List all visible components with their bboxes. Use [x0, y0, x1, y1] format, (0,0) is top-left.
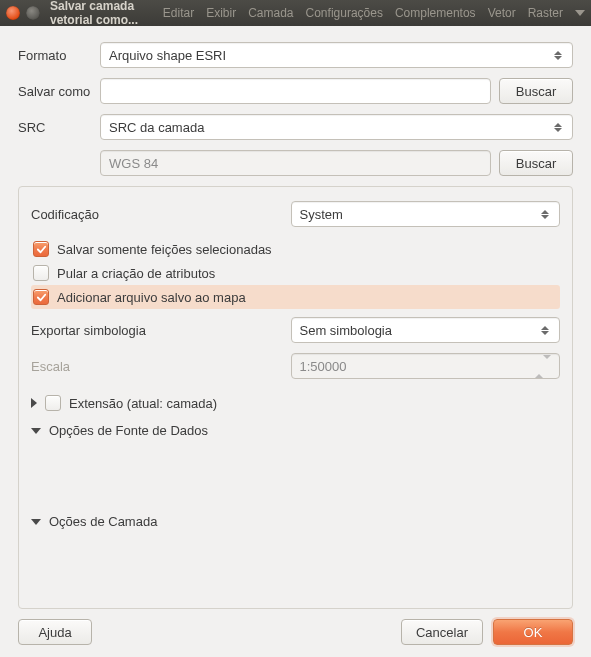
exportar-label: Exportar simbologia	[31, 323, 283, 338]
checkbox-pular-label: Pular a criação de atributos	[57, 266, 215, 281]
fonte-dados-body	[31, 444, 560, 508]
formato-label: Formato	[18, 48, 100, 63]
chevron-down-icon	[575, 6, 585, 20]
camada-label: Oções de Camada	[49, 514, 157, 529]
src-combo[interactable]: SRC da camada	[100, 114, 573, 140]
checkbox-selecionadas-label: Salvar somente feições selecionadas	[57, 242, 272, 257]
disclose-camada[interactable]: Oções de Camada	[31, 508, 560, 535]
spin-icon	[552, 123, 564, 132]
disclose-customizadas[interactable]: Opções Customizadas	[31, 603, 560, 609]
escala-readonly: 1:50000	[291, 353, 561, 379]
src-readonly: WGS 84	[100, 150, 491, 176]
disclose-fonte-dados[interactable]: Opções de Fonte de Dados	[31, 417, 560, 444]
background-menubar: Editar Exibir Camada Configurações Compl…	[163, 6, 585, 20]
chevron-down-icon	[31, 428, 41, 434]
ok-button[interactable]: OK	[493, 619, 573, 645]
spin-icon	[535, 359, 551, 374]
spin-icon	[552, 51, 564, 60]
src-value: SRC da camada	[109, 120, 204, 135]
salvar-como-label: Salvar como	[18, 84, 100, 99]
codificacao-label: Codificação	[31, 207, 283, 222]
fonte-dados-label: Opções de Fonte de Dados	[49, 423, 208, 438]
formato-value: Arquivo shape ESRI	[109, 48, 226, 63]
window-title: Salvar camada vetorial como...	[50, 0, 151, 27]
checkbox-adicionar[interactable]	[33, 289, 49, 305]
salvar-como-input[interactable]	[100, 78, 491, 104]
spin-icon	[539, 210, 551, 219]
exportar-combo[interactable]: Sem simbologia	[291, 317, 561, 343]
window-buttons	[6, 6, 40, 20]
checkbox-selecionadas[interactable]	[33, 241, 49, 257]
cancelar-button[interactable]: Cancelar	[401, 619, 483, 645]
minimize-icon[interactable]	[26, 6, 40, 20]
src-label: SRC	[18, 120, 100, 135]
formato-combo[interactable]: Arquivo shape ESRI	[100, 42, 573, 68]
titlebar: Salvar camada vetorial como... Editar Ex…	[0, 0, 591, 26]
chevron-right-icon	[31, 398, 37, 408]
check-icon	[36, 244, 47, 255]
buscar-button-1[interactable]: Buscar	[499, 78, 573, 104]
chevron-down-icon	[31, 519, 41, 525]
escala-label: Escala	[31, 359, 283, 374]
ajuda-button[interactable]: Ajuda	[18, 619, 92, 645]
options-panel: Codificação System Salvar somente feiçõe…	[18, 186, 573, 609]
check-icon	[36, 292, 47, 303]
buscar-button-2[interactable]: Buscar	[499, 150, 573, 176]
extensao-label: Extensão (atual: camada)	[69, 396, 217, 411]
checkbox-adicionar-label: Adicionar arquivo salvo ao mapa	[57, 290, 246, 305]
close-icon[interactable]	[6, 6, 20, 20]
spin-icon	[539, 326, 551, 335]
camada-body	[31, 535, 560, 599]
checkbox-pular[interactable]	[33, 265, 49, 281]
salvar-como-field[interactable]	[109, 84, 482, 99]
disclose-extensao[interactable]: Extensão (atual: camada)	[31, 389, 560, 417]
codificacao-combo[interactable]: System	[291, 201, 561, 227]
checkbox-extensao[interactable]	[45, 395, 61, 411]
